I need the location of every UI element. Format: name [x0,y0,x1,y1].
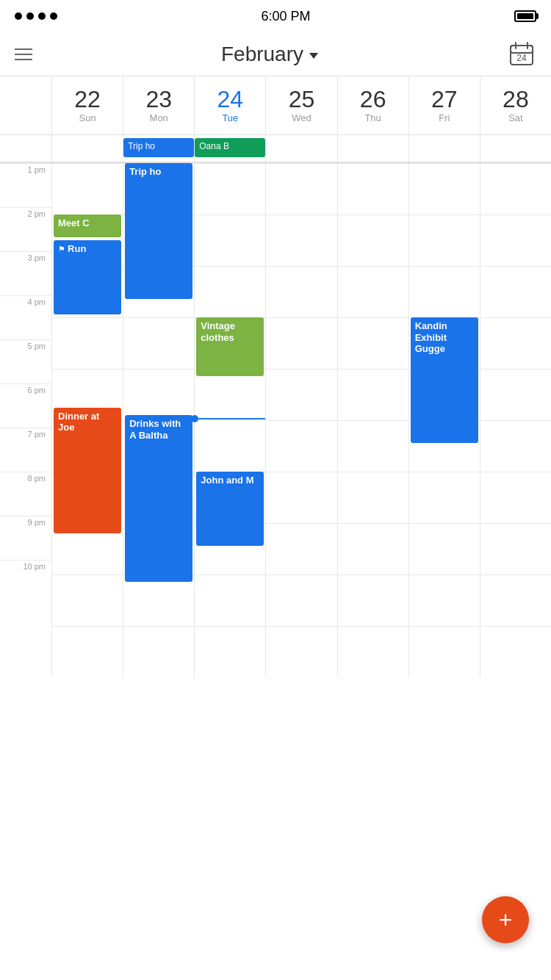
day-column-sun: Meet CRunDinner at Joe [51,163,123,677]
hour-line [409,574,480,575]
hour-line [480,317,551,318]
hour-line [195,266,265,267]
hour-line [409,472,480,472]
hour-line [123,369,194,370]
allday-cell-wed [265,135,336,162]
day-number: 22 [74,87,101,111]
hour-line [338,215,408,215]
day-headers-row: 22 Sun 23 Mon 24 Tue 25 Wed 26 Thu 27 Fr… [0,76,551,135]
status-time: 6:00 PM [261,9,310,24]
plus-icon: + [499,908,513,932]
hour-line [409,266,480,267]
chevron-down-icon [309,53,318,59]
hour-line [338,266,408,267]
svg-rect-1 [511,46,533,53]
day-name: Fri [439,112,450,123]
calendar-event[interactable]: Kandin Exhibit Gugge [411,317,478,443]
day-column-mon: Trip hoDrinks with A Baltha [123,163,194,677]
dot-3 [38,12,46,20]
allday-cell-thu [337,135,408,162]
hour-line [480,163,551,164]
day-header-sat[interactable]: 28 Sat [480,76,551,134]
hour-line [480,523,551,524]
event-label: Trip ho [129,166,161,177]
hour-line [195,163,265,164]
menu-line-2 [15,54,32,55]
allday-gutter [0,135,51,162]
allday-cell-sat [480,135,551,162]
day-header-mon[interactable]: 23 Mon [123,76,194,134]
add-event-fab[interactable]: + [482,896,529,943]
time-bar [198,418,265,419]
hour-line [52,369,123,370]
hour-line [52,163,123,164]
allday-event[interactable]: Oana B [195,138,265,157]
hour-line [480,369,551,370]
calendar-event[interactable]: Run [54,240,121,314]
day-name: Mon [150,112,168,123]
hour-line [123,317,194,318]
svg-text:24: 24 [516,53,527,63]
hour-line [338,626,408,627]
allday-cell-tue: Oana B [194,135,265,162]
battery-fill [517,13,533,19]
calendar-grid[interactable]: 1 pm2 pm3 pm4 pm5 pm6 pm7 pm8 pm9 pm10 p… [0,163,551,980]
allday-cell-sun [51,135,123,162]
day-number: 23 [145,87,172,111]
calendar-event[interactable]: Vintage clothes [196,317,264,376]
time-label: 10 pm [0,560,51,604]
time-gutter-header [0,76,51,134]
hour-line [266,420,336,421]
day-header-cells: 22 Sun 23 Mon 24 Tue 25 Wed 26 Thu 27 Fr… [51,76,551,134]
hour-line [195,215,265,215]
event-label: Dinner at Joe [58,411,99,433]
hour-line [338,523,408,524]
allday-event[interactable]: Trip ho [123,138,194,157]
hour-line [266,626,336,627]
day-number: 25 [289,87,315,111]
month-label: February [221,43,303,66]
menu-line-3 [15,59,32,60]
time-label: 8 pm [0,472,51,516]
hour-line [409,163,480,164]
calendar-event[interactable]: Meet C [54,215,121,237]
hour-line [266,472,336,472]
day-number: 26 [360,87,386,111]
day-column-thu [337,163,408,677]
calendar-event[interactable]: Trip ho [125,163,192,299]
calendar-event[interactable]: Dinner at Joe [54,408,121,533]
dot-1 [15,12,22,20]
hour-line [266,574,336,575]
hour-line [266,369,336,370]
hour-line [52,574,123,575]
calendar-event[interactable]: Drinks with A Baltha [125,415,192,582]
time-label: 7 pm [0,428,51,472]
hour-line [123,626,194,627]
hour-line [480,215,551,215]
day-header-thu[interactable]: 26 Thu [337,76,408,134]
hour-line [266,523,336,524]
time-line-bar [195,415,265,422]
event-label: Drinks with A Baltha [129,418,181,441]
hour-line [338,420,408,421]
month-title[interactable]: February [221,43,318,66]
calendar-header: February 24 [0,32,551,76]
hour-line [195,574,265,575]
dot-4 [50,12,57,20]
day-header-tue[interactable]: 24 Tue [194,76,265,134]
hour-line [409,523,480,524]
allday-cell-mon: Trip ho [123,135,194,162]
day-name: Sun [79,112,96,123]
hour-line [338,574,408,575]
day-name: Thu [364,112,381,123]
menu-button[interactable] [15,48,32,60]
day-column-wed [265,163,336,677]
hour-line [266,266,336,267]
day-header-sun[interactable]: 22 Sun [51,76,123,134]
day-header-fri[interactable]: 27 Fri [408,76,480,134]
day-column-fri: Kandin Exhibit Gugge [408,163,480,677]
day-header-wed[interactable]: 25 Wed [265,76,336,134]
hour-line [338,472,408,472]
today-calendar-button[interactable]: 24 [507,40,536,69]
calendar-event[interactable]: John and M [196,472,264,546]
